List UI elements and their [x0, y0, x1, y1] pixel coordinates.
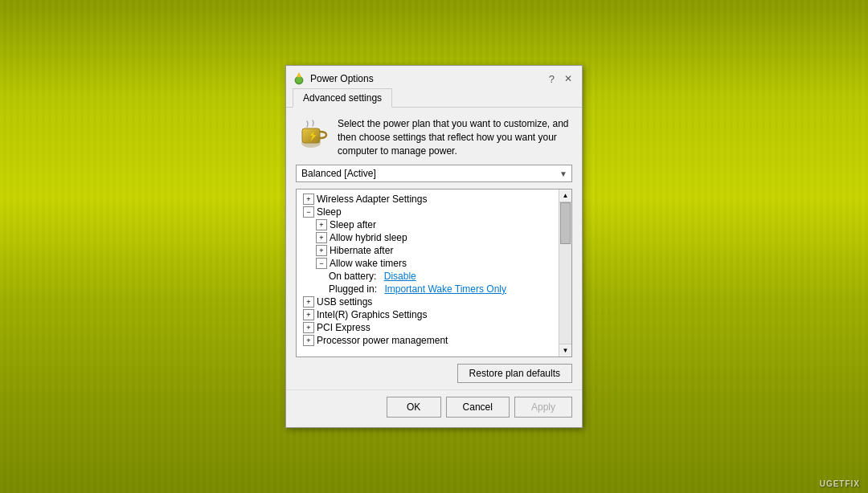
expand-wake-timers-icon[interactable]: −	[316, 258, 327, 269]
expand-pci-icon[interactable]: +	[303, 322, 314, 333]
settings-tree: + Wireless Adapter Settings − Sleep + Sl…	[296, 189, 572, 357]
apply-button[interactable]: Apply	[514, 397, 572, 418]
svg-point-1	[296, 77, 302, 84]
on-battery-label: On battery:	[329, 271, 376, 282]
sleep-after-label: Sleep after	[330, 219, 376, 230]
tree-item-usb: + USB settings	[297, 295, 559, 308]
tree-item-pci: + PCI Express	[297, 321, 559, 334]
tree-item-sleep: − Sleep	[297, 206, 559, 218]
tree-item-on-battery: On battery: Disable	[297, 270, 559, 283]
expand-hibernate-icon[interactable]: +	[316, 245, 327, 256]
advanced-settings-tab[interactable]: Advanced settings	[293, 88, 392, 108]
tree-item-intel-graphics: + Intel(R) Graphics Settings	[297, 308, 559, 321]
help-button[interactable]: ?	[546, 73, 558, 85]
expand-sleep-icon[interactable]: −	[303, 206, 314, 218]
expand-processor-icon[interactable]: +	[303, 335, 314, 346]
wireless-label: Wireless Adapter Settings	[317, 194, 427, 205]
title-bar: Power Options ? ✕	[286, 66, 582, 88]
scroll-thumb[interactable]	[560, 202, 571, 245]
hybrid-sleep-label: Allow hybrid sleep	[330, 232, 407, 243]
pci-label: PCI Express	[317, 322, 371, 333]
dialog-title: Power Options	[310, 73, 541, 84]
expand-wireless-icon[interactable]: +	[303, 194, 314, 205]
plugged-in-label: Plugged in:	[329, 283, 377, 295]
power-icon	[293, 72, 305, 85]
plugged-in-separator	[379, 283, 382, 295]
scroll-track	[559, 202, 571, 344]
tree-item-wireless: + Wireless Adapter Settings	[297, 193, 559, 206]
tree-content: + Wireless Adapter Settings − Sleep + Sl…	[297, 189, 559, 357]
plan-dropdown-wrapper: Balanced [Active] Power saver High perfo…	[296, 165, 572, 182]
tree-item-wake-timers: ★ − Allow wake timers	[297, 257, 559, 270]
power-mug-icon	[296, 117, 330, 151]
processor-label: Processor power management	[317, 335, 448, 346]
usb-label: USB settings	[317, 296, 372, 308]
tree-item-hybrid-sleep: + Allow hybrid sleep	[297, 231, 559, 244]
dialog-body: Select the power plan that you want to c…	[286, 108, 582, 389]
restore-defaults-button[interactable]: Restore plan defaults	[457, 364, 572, 383]
wake-timers-label: Allow wake timers	[330, 258, 407, 269]
expand-intel-icon[interactable]: +	[303, 309, 314, 320]
intro-section: Select the power plan that you want to c…	[296, 117, 572, 157]
expand-sleep-after-icon[interactable]: +	[316, 219, 327, 230]
tree-item-hibernate: + Hibernate after	[297, 244, 559, 257]
tree-scrollbar: ▲ ▼	[559, 189, 571, 357]
scroll-down-button[interactable]: ▼	[559, 344, 572, 357]
on-battery-value[interactable]: Disable	[384, 271, 416, 282]
scroll-up-button[interactable]: ▲	[559, 189, 572, 202]
bottom-buttons: OK Cancel Apply	[286, 389, 582, 427]
title-bar-controls: ? ✕	[546, 73, 575, 85]
intel-graphics-label: Intel(R) Graphics Settings	[317, 309, 427, 320]
tree-item-processor: + Processor power management	[297, 334, 559, 347]
close-button[interactable]: ✕	[561, 73, 575, 84]
tab-bar: Advanced settings	[286, 88, 582, 108]
tree-item-plugged-in: Plugged in: Important Wake Timers Only	[297, 283, 559, 295]
plugged-in-value[interactable]: Important Wake Timers Only	[384, 283, 506, 295]
hibernate-label: Hibernate after	[330, 245, 393, 256]
plan-dropdown[interactable]: Balanced [Active] Power saver High perfo…	[296, 165, 572, 182]
tree-item-sleep-after: + Sleep after	[297, 218, 559, 231]
watermark: UGETFIX	[820, 479, 860, 488]
power-options-dialog: Power Options ? ✕ Advanced settings	[285, 65, 583, 427]
on-battery-separator	[379, 271, 381, 282]
expand-hybrid-icon[interactable]: +	[316, 232, 327, 243]
expand-usb-icon[interactable]: +	[303, 296, 314, 308]
sleep-label: Sleep	[317, 206, 342, 218]
ok-button[interactable]: OK	[387, 397, 441, 418]
intro-text: Select the power plan that you want to c…	[338, 117, 572, 157]
dropdown-row: Balanced [Active] Power saver High perfo…	[296, 165, 572, 182]
restore-row: Restore plan defaults	[296, 364, 572, 383]
cancel-button[interactable]: Cancel	[446, 397, 510, 418]
